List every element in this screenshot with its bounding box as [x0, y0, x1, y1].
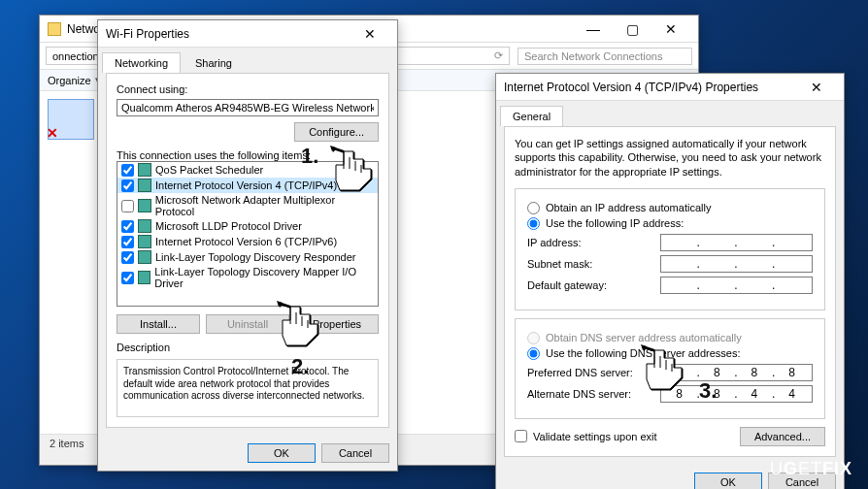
nic-disabled-icon[interactable] [48, 99, 94, 140]
protocol-icon [138, 250, 151, 264]
gw-field[interactable] [660, 277, 813, 294]
list-item[interactable]: Microsoft Network Adapter Multiplexor Pr… [117, 193, 378, 218]
ok-button[interactable]: OK [248, 443, 316, 463]
radio-ip-auto[interactable] [527, 202, 540, 214]
gw-label: Default gateway: [527, 279, 660, 291]
checkbox[interactable] [121, 251, 134, 264]
validate-row[interactable]: Validate settings upon exit [515, 430, 657, 442]
close-button[interactable]: ✕ [797, 74, 836, 101]
pref-dns-field[interactable]: 8888 [660, 364, 813, 381]
properties-button[interactable]: Properties [295, 314, 379, 334]
maximize-button[interactable]: ▢ [613, 16, 651, 43]
list-item[interactable]: Link-Layer Topology Discovery Mapper I/O… [117, 265, 378, 290]
protocol-icon [138, 163, 151, 177]
advanced-button[interactable]: Advanced... [740, 427, 825, 446]
validate-checkbox[interactable] [515, 430, 527, 442]
checkbox[interactable] [121, 220, 134, 233]
dialog-title: Internet Protocol Version 4 (TCP/IPv4) P… [504, 81, 797, 94]
networking-panel: Connect using: Configure... This connect… [106, 73, 389, 428]
list-item[interactable]: Link-Layer Topology Discovery Responder [117, 249, 378, 265]
radio-ip-manual[interactable] [527, 217, 540, 230]
items-label: This connection uses the following items… [117, 149, 379, 161]
status-count: 2 items [50, 438, 83, 449]
description-heading: Description [117, 342, 379, 353]
titlebar: Internet Protocol Version 4 (TCP/IPv4) P… [496, 74, 844, 101]
pref-dns-label: Preferred DNS server: [527, 367, 660, 378]
checkbox[interactable] [121, 179, 134, 192]
dns-group: Obtain DNS server address automatically … [515, 318, 825, 419]
close-button[interactable]: ✕ [651, 16, 690, 43]
components-list[interactable]: QoS Packet Scheduler Internet Protocol V… [117, 161, 379, 307]
alt-dns-label: Alternate DNS server: [527, 388, 660, 400]
checkbox[interactable] [121, 200, 134, 212]
folder-icon [48, 22, 61, 36]
tabstrip: General [496, 101, 844, 126]
ip-label: IP address: [527, 237, 660, 248]
protocol-icon [138, 219, 151, 233]
alt-dns-field[interactable]: 8844 [660, 385, 813, 403]
ip-group: Obtain an IP address automatically Use t… [515, 188, 825, 310]
minimize-button[interactable]: — [574, 16, 613, 43]
list-item[interactable]: Internet Protocol Version 6 (TCP/IPv6) [117, 234, 378, 249]
checkbox[interactable] [121, 236, 134, 248]
configure-button[interactable]: Configure... [294, 122, 379, 142]
mask-label: Subnet mask: [527, 258, 660, 270]
search-input[interactable]: Search Network Connections [517, 48, 692, 65]
close-button[interactable]: ✕ [351, 20, 389, 48]
tab-sharing[interactable]: Sharing [183, 52, 245, 73]
dialog-title: Wi-Fi Properties [106, 27, 351, 41]
ok-button[interactable]: OK [694, 473, 762, 489]
watermark: UGETFIX [770, 459, 852, 479]
checkbox[interactable] [121, 164, 134, 177]
blurb: You can get IP settings assigned automat… [515, 137, 825, 179]
general-panel: You can get IP settings assigned automat… [504, 126, 836, 457]
ip-field[interactable] [660, 234, 813, 251]
install-button[interactable]: Install... [117, 314, 200, 334]
radio-dns-auto [527, 332, 540, 344]
cancel-button[interactable]: Cancel [321, 443, 389, 463]
list-item[interactable]: QoS Packet Scheduler [117, 162, 378, 178]
tcpip-properties-dialog: Internet Protocol Version 4 (TCP/IPv4) P… [495, 73, 845, 489]
mask-field[interactable] [660, 255, 813, 273]
protocol-icon [138, 235, 151, 248]
list-item-tcpipv4[interactable]: Internet Protocol Version 4 (TCP/IPv4) [117, 178, 378, 193]
titlebar: Wi-Fi Properties ✕ [98, 20, 397, 48]
wifi-properties-dialog: Wi-Fi Properties ✕ Networking Sharing Co… [97, 19, 398, 472]
connect-using-label: Connect using: [117, 83, 379, 95]
organize-menu[interactable]: Organize [48, 75, 91, 86]
protocol-icon [138, 179, 151, 192]
adapter-field[interactable] [117, 99, 379, 116]
radio-dns-manual[interactable] [527, 347, 540, 360]
uninstall-button: Uninstall [206, 314, 289, 334]
description-text: Transmission Control Protocol/Internet P… [117, 359, 379, 417]
tab-general[interactable]: General [500, 106, 563, 126]
tab-networking[interactable]: Networking [102, 52, 181, 73]
protocol-icon [138, 199, 151, 212]
list-item[interactable]: Microsoft LLDP Protocol Driver [117, 218, 378, 234]
checkbox[interactable] [121, 272, 134, 284]
tabstrip: Networking Sharing [98, 48, 397, 73]
refresh-icon[interactable]: ⟳ [494, 49, 503, 62]
protocol-icon [138, 271, 150, 284]
